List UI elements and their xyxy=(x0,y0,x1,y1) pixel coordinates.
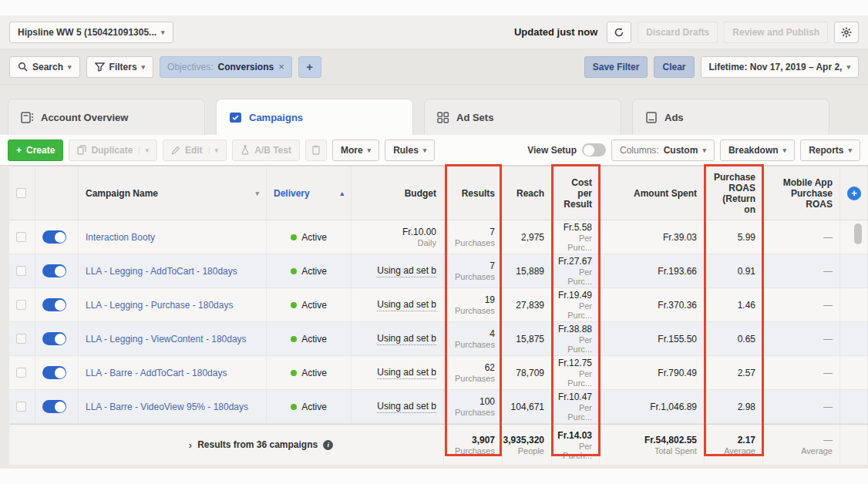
delivery-status: Active xyxy=(301,266,327,277)
reach-value: 78,709 xyxy=(516,368,544,378)
results-sub: Purchases xyxy=(455,340,495,349)
column-header-delivery[interactable]: Delivery ▴ xyxy=(267,166,352,220)
summary-cost: Fr.14.03 xyxy=(557,430,592,441)
edit-button[interactable]: Edit ▾ xyxy=(163,139,227,161)
copy-icon xyxy=(77,145,86,155)
summary-results-sub: Purchases xyxy=(455,446,495,455)
account-selector[interactable]: Hipsline WW 5 (150421091305... ▾ xyxy=(9,22,173,43)
campaign-name-link[interactable]: LLA - Legging - AddToCart - 180days xyxy=(86,266,259,277)
amount-spent-value: Fr.790.49 xyxy=(658,368,697,378)
filter-funnel-icon xyxy=(95,62,105,72)
summary-reach: 3,935,320 xyxy=(503,435,544,445)
tab-ads[interactable]: Ads xyxy=(632,99,829,135)
mobile-roas-value: — xyxy=(823,266,833,277)
clipboard-button[interactable] xyxy=(305,139,327,161)
row-checkbox[interactable] xyxy=(16,300,26,310)
campaign-toggle[interactable] xyxy=(42,230,66,244)
reach-value: 104,671 xyxy=(511,402,544,412)
select-all-checkbox[interactable] xyxy=(16,188,26,198)
column-header-cost-per-result[interactable]: Cost per Result xyxy=(552,166,600,220)
tab-campaigns[interactable]: Campaigns xyxy=(216,99,413,135)
tab-account-overview[interactable]: Account Overview xyxy=(8,99,205,135)
ab-test-button[interactable]: A/B Test xyxy=(232,139,300,161)
active-status-dot xyxy=(291,370,297,376)
campaign-name-link[interactable]: Interaction Booty xyxy=(86,232,259,243)
column-header-purchase-roas[interactable]: Purchase ROAS (Return on xyxy=(705,166,763,220)
row-checkbox[interactable] xyxy=(16,232,26,242)
reports-button[interactable]: Reports ▾ xyxy=(800,139,860,161)
date-range-selector[interactable]: Lifetime: Nov 17, 2019 – Apr 2, ▾ xyxy=(701,56,860,78)
discard-drafts-button[interactable]: Discard Drafts xyxy=(638,22,718,43)
breakdown-button[interactable]: Breakdown ▾ xyxy=(720,139,795,161)
summary-label-cell[interactable]: › Results from 36 campaigns i xyxy=(79,425,444,465)
column-header-budget[interactable]: Budget xyxy=(352,166,444,220)
view-setup-toggle[interactable] xyxy=(582,143,606,156)
info-icon[interactable]: i xyxy=(323,440,333,450)
column-header-campaign-name[interactable]: Campaign Name ▾ xyxy=(79,166,267,220)
review-and-publish-button[interactable]: Review and Publish xyxy=(724,22,828,43)
column-header-mobile-roas[interactable]: Mobile App Purchase ROAS xyxy=(763,166,840,220)
row-checkbox[interactable] xyxy=(16,334,26,344)
campaign-name-link[interactable]: LLA - Barre - AddToCart - 180days xyxy=(86,368,259,378)
row-checkbox[interactable] xyxy=(16,368,26,378)
chevron-down-icon: ▾ xyxy=(139,146,149,154)
top-bar-actions: Updated just now Discard Drafts Review a… xyxy=(514,22,859,43)
budget-header-label: Budget xyxy=(405,188,436,199)
settings-button[interactable] xyxy=(834,22,859,43)
column-header-reach[interactable]: Reach xyxy=(503,166,552,220)
edit-label: Edit xyxy=(185,145,203,156)
vertical-scrollbar[interactable] xyxy=(854,224,862,244)
delivery-status: Active xyxy=(301,334,327,345)
campaign-toggle[interactable] xyxy=(42,332,66,345)
chevron-down-icon: ▾ xyxy=(209,146,219,154)
save-filter-button[interactable]: Save Filter xyxy=(584,56,648,78)
row-checkbox[interactable] xyxy=(16,266,26,276)
campaign-toggle[interactable] xyxy=(42,366,66,379)
clear-filter-button[interactable]: Clear xyxy=(654,56,694,78)
campaign-name-link[interactable]: LLA - Legging - ViewContent - 180days xyxy=(86,334,259,345)
tab-ads-label: Ads xyxy=(664,112,684,123)
tab-account-overview-label: Account Overview xyxy=(41,112,128,123)
campaign-toggle[interactable] xyxy=(42,298,66,311)
delivery-header-label: Delivery xyxy=(274,188,310,199)
cost-per-result-value: Fr.27.67 xyxy=(558,256,592,267)
chevron-down-icon: ▾ xyxy=(161,29,165,36)
review-and-publish-label: Review and Publish xyxy=(732,27,819,38)
ads-manager-app: Hipsline WW 5 (150421091305... ▾ Updated… xyxy=(0,15,868,469)
campaign-name-link[interactable]: LLA - Barre - VideoView 95% - 180days xyxy=(86,402,259,412)
campaign-toggle[interactable] xyxy=(42,264,66,277)
search-button[interactable]: Search ▾ xyxy=(9,56,80,78)
campaign-toggle[interactable] xyxy=(42,400,66,413)
reach-value: 15,889 xyxy=(516,266,544,277)
column-header-amount-spent[interactable]: Amount Spent xyxy=(600,166,705,220)
summary-label: Results from 36 campaigns xyxy=(197,439,318,450)
close-icon[interactable]: × xyxy=(278,61,284,72)
campaign-name-link[interactable]: LLA - Legging - Purchase - 180days xyxy=(86,300,259,311)
columns-button[interactable]: Columns: Custom ▾ xyxy=(611,139,715,161)
column-header-results[interactable]: Results xyxy=(444,166,503,220)
active-status-dot xyxy=(291,302,297,308)
purchase-roas-value: 0.91 xyxy=(738,266,755,277)
delivery-status: Active xyxy=(301,402,327,412)
columns-prefix: Columns: xyxy=(620,145,659,156)
campaigns-table: Campaign Name ▾ Delivery ▴ Budget Result… xyxy=(9,166,868,465)
top-bar: Hipsline WW 5 (150421091305... ▾ Updated… xyxy=(0,15,868,49)
summary-cost-sub: Per Purch... xyxy=(559,442,592,460)
add-filter-button[interactable]: + xyxy=(298,56,321,78)
purchase-roas-value: 0.65 xyxy=(738,334,755,345)
objectives-filter-chip[interactable]: Objectives: Conversions × xyxy=(160,56,292,78)
tab-ad-sets-label: Ad Sets xyxy=(456,112,493,123)
updated-status: Updated just now xyxy=(514,26,597,38)
filters-button[interactable]: Filters ▾ xyxy=(86,56,154,78)
create-button[interactable]: + Create xyxy=(8,139,63,161)
row-checkbox[interactable] xyxy=(16,402,26,412)
tab-ad-sets[interactable]: Ad Sets xyxy=(424,99,621,135)
budget-value: Using ad set b xyxy=(377,265,436,277)
refresh-button[interactable] xyxy=(607,22,631,43)
duplicate-button[interactable]: Duplicate ▾ xyxy=(69,139,157,161)
rules-button[interactable]: Rules ▾ xyxy=(385,139,435,161)
more-button[interactable]: More ▾ xyxy=(332,139,379,161)
add-column-button[interactable]: + xyxy=(847,187,861,200)
summary-roas: 2.17 xyxy=(738,435,755,445)
amount-spent-value: Fr.155.50 xyxy=(658,334,697,345)
